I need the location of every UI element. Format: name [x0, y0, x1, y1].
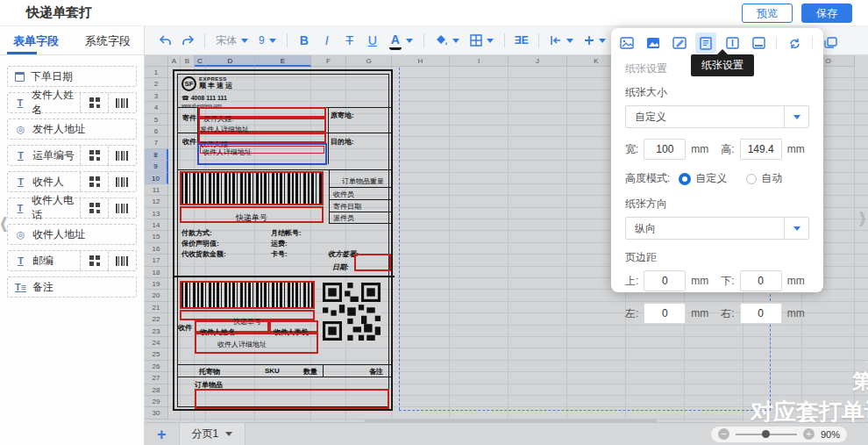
fill-color-select[interactable] — [431, 34, 463, 47]
ch-cell[interactable]: D — [206, 55, 255, 67]
waybill-no-field-2[interactable]: 快递单号 — [180, 310, 315, 320]
waybill-template[interactable]: SF EXPRESS 顺丰速运 ☎ 4008 111 111 www.sf-ex… — [173, 69, 393, 411]
radio-custom-selected[interactable] — [679, 173, 691, 185]
waybill-no-field[interactable]: 快递单号 — [180, 206, 324, 223]
field-item-receiver-address[interactable]: ◎收件人地址 — [7, 224, 137, 245]
rh-cell[interactable]: 24 — [145, 337, 168, 348]
italic-button[interactable]: I — [317, 31, 337, 50]
receiver2-phone-field[interactable]: 收件人手机 — [269, 320, 318, 333]
tab-system-fields[interactable]: 系统字段 — [72, 26, 144, 54]
insert-select[interactable] — [580, 35, 609, 47]
borders-select[interactable] — [466, 34, 497, 47]
receiver-address-field-selected[interactable]: 收件人详细地址 — [197, 143, 327, 165]
edit-image-button[interactable] — [669, 32, 690, 54]
height-input[interactable] — [740, 139, 782, 160]
rh-cell[interactable]: 9 — [145, 161, 168, 172]
ch-cell[interactable]: F — [311, 55, 346, 67]
barcode-insert-button[interactable] — [108, 251, 136, 270]
margin-top-input[interactable] — [644, 270, 686, 291]
redo-button[interactable] — [178, 31, 197, 50]
strikethrough-button[interactable]: T — [340, 31, 359, 50]
sender-address-field[interactable]: 发件人详细地址 — [198, 118, 326, 133]
field-item-sender-name[interactable]: T发件人姓名 — [7, 92, 137, 113]
field-item-receiver[interactable]: T收件人 — [7, 171, 137, 192]
select-all-corner[interactable] — [145, 55, 168, 67]
rh-cell[interactable]: 22 — [145, 313, 168, 325]
rh-cell[interactable]: 26 — [145, 361, 168, 372]
rh-cell[interactable]: 8 — [145, 149, 168, 161]
rh-cell[interactable]: 23 — [145, 326, 168, 337]
field-item-sender-address[interactable]: ◎发件人地址 — [7, 118, 137, 140]
rh-cell[interactable]: 12 — [145, 196, 168, 207]
ch-cell[interactable]: C — [195, 55, 206, 67]
rh-cell[interactable]: 27 — [145, 372, 168, 384]
qr-insert-button[interactable] — [80, 251, 108, 270]
split-horizontal-button[interactable] — [748, 32, 769, 54]
align-select[interactable] — [546, 35, 577, 47]
rh-cell[interactable]: 5 — [145, 114, 168, 126]
waybill-barcode[interactable] — [180, 171, 324, 205]
field-item-order-date[interactable]: 下单日期 — [7, 66, 137, 87]
rh-cell[interactable]: 10 — [145, 173, 168, 184]
underline-button[interactable]: U — [363, 31, 382, 50]
field-item-receiver-phone[interactable]: T收件人电话 — [7, 197, 137, 219]
merge-cells-button[interactable]: ƎE — [512, 31, 531, 50]
paper-size-select[interactable]: 自定义 — [625, 105, 809, 128]
ch-cell[interactable]: G — [346, 55, 392, 67]
rh-cell[interactable]: 21 — [145, 302, 168, 313]
barcode-insert-button[interactable] — [108, 146, 136, 165]
field-item-waybill-no[interactable]: T运单编号 — [7, 145, 137, 166]
field-item-remark[interactable]: T≡备注 — [7, 276, 137, 298]
add-page-button[interactable]: + — [157, 425, 167, 444]
bold-button[interactable]: B — [295, 31, 314, 50]
horizontal-scrollbar[interactable] — [364, 420, 658, 422]
ch-cell[interactable]: E — [255, 55, 311, 67]
rh-cell[interactable]: 17 — [145, 255, 168, 266]
ch-cell[interactable]: A — [168, 55, 181, 67]
margin-left-input[interactable] — [644, 303, 686, 324]
duplicate-page-button[interactable] — [820, 32, 841, 54]
background-image-button[interactable] — [643, 32, 664, 54]
rh-cell[interactable]: 1 — [145, 67, 168, 78]
width-input[interactable] — [644, 139, 686, 160]
margin-right-input[interactable] — [740, 303, 782, 324]
tab-form-fields[interactable]: 表单字段 — [0, 26, 72, 54]
sender-name-field[interactable]: 发件人姓: — [198, 107, 326, 118]
field-item-zipcode[interactable]: T邮编 — [7, 250, 137, 271]
rh-cell[interactable]: 11 — [145, 184, 168, 196]
qr-insert-button[interactable] — [80, 198, 108, 218]
receiver2-address-field[interactable]: 收件人详细地址 — [195, 333, 318, 354]
rh-cell[interactable]: 25 — [145, 348, 168, 360]
rh-cell[interactable]: 3 — [145, 90, 168, 102]
rh-cell[interactable]: 15 — [145, 231, 168, 242]
page-tab[interactable]: 分页1 — [179, 423, 246, 445]
rh-cell[interactable]: 28 — [145, 384, 168, 396]
order-items-field[interactable] — [195, 389, 389, 409]
undo-button[interactable] — [155, 31, 174, 50]
expand-panel-chevron[interactable]: › — [858, 196, 866, 240]
orientation-select[interactable]: 纵向 — [625, 217, 809, 240]
radio-auto[interactable] — [746, 174, 757, 184]
paper-settings-button[interactable] — [695, 32, 716, 54]
margin-bottom-input[interactable] — [740, 270, 782, 291]
waybill-barcode-2[interactable] — [180, 281, 315, 309]
zoom-out-button[interactable]: − — [718, 428, 729, 440]
rh-cell[interactable]: 13 — [145, 208, 168, 219]
preview-button[interactable]: 预览 — [742, 4, 793, 23]
zoom-slider[interactable] — [736, 434, 797, 435]
zoom-in-button[interactable]: + — [803, 428, 815, 440]
barcode-insert-button[interactable] — [108, 198, 136, 218]
ch-cell[interactable]: H — [392, 55, 450, 67]
rh-cell[interactable]: 14 — [145, 219, 168, 231]
rh-cell[interactable]: 16 — [145, 243, 168, 255]
zoom-slider-handle[interactable] — [762, 430, 770, 438]
rh-cell[interactable]: 30 — [145, 407, 168, 419]
collapse-sidebar-chevron[interactable]: ‹ — [0, 201, 8, 245]
rh-cell[interactable]: 29 — [145, 396, 168, 407]
qr-insert-button[interactable] — [80, 93, 108, 112]
font-color-select[interactable]: A — [386, 31, 416, 50]
rh-cell[interactable]: 4 — [145, 102, 168, 113]
receiver2-name-field[interactable]: 收件人姓名 — [195, 320, 269, 333]
qr-insert-button[interactable] — [80, 146, 108, 165]
save-button[interactable]: 保存 — [801, 4, 852, 23]
